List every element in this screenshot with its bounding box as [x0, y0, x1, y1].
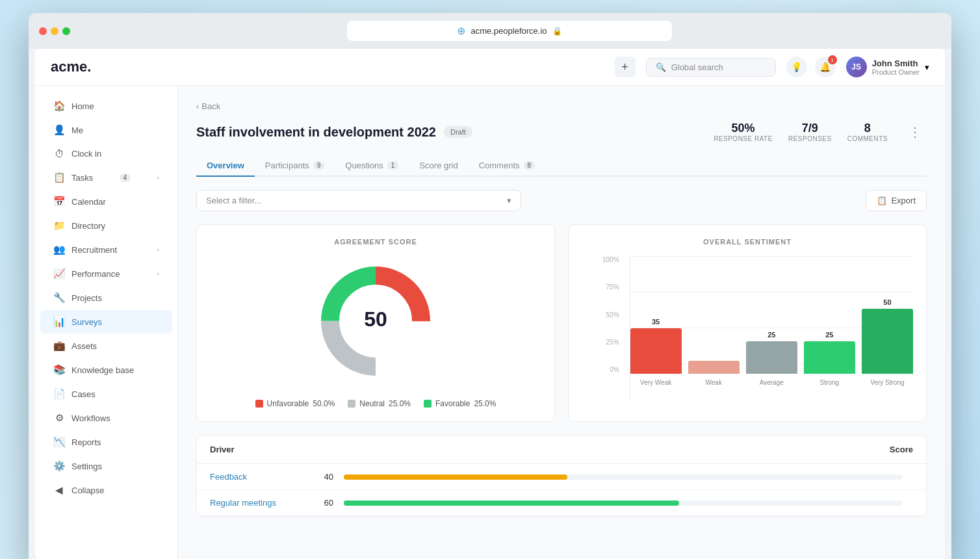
driver-name-feedback[interactable]: Feedback [210, 472, 307, 482]
legend-unfavorable-dot [255, 400, 263, 408]
sidebar-item-tasks[interactable]: 📋 Tasks 4 › [40, 166, 172, 189]
y-label-100: 100% [602, 256, 619, 263]
bar-average-value: 25 [767, 331, 775, 339]
bar-average: 25 Average [746, 331, 797, 399]
legend-favorable-dot [424, 400, 432, 408]
filter-placeholder: Select a filter... [206, 196, 261, 205]
filter-select[interactable]: Select a filter... ▾ [196, 190, 521, 211]
page-header: Staff involvement in development 2022 Dr… [196, 122, 927, 142]
sidebar-label-projects: Projects [71, 293, 102, 303]
agreement-score-title: AGREEMENT SCORE [210, 238, 541, 246]
stat-responses-value: 7/9 [788, 122, 832, 135]
global-search-bar[interactable]: 🔍 Global search [646, 58, 776, 77]
sidebar-label-reports: Reports [71, 437, 101, 447]
recruitment-arrow-icon: › [157, 246, 159, 254]
sidebar-item-collapse[interactable]: ◀ Collapse [40, 478, 172, 502]
collapse-icon: ◀ [53, 484, 65, 496]
sidebar-item-surveys[interactable]: 📊 Surveys [40, 310, 172, 333]
tab-overview[interactable]: Overview [196, 155, 255, 177]
legend-unfavorable-label: Unfavorable [267, 399, 309, 408]
sidebar-item-clock-in[interactable]: ⏱ Clock in [40, 142, 172, 165]
bar-average-label: Average [760, 379, 784, 386]
tab-questions[interactable]: Questions 1 [335, 155, 409, 177]
url-bar[interactable]: ⊕ acme.peopleforce.io 🔒 [347, 21, 672, 41]
content-area: ‹ Back Staff involvement in development … [178, 86, 945, 559]
bar-very-strong-value: 50 [883, 298, 891, 306]
overall-sentiment-title: OVERALL SENTIMENT [582, 238, 913, 246]
bar-average-bar [746, 341, 797, 374]
bar-chart-wrapper: 100% 75% 50% 25% 0% [582, 256, 913, 399]
notification-icon-button[interactable]: 🔔 1 [815, 57, 836, 77]
tasks-arrow-icon: › [157, 174, 159, 181]
driver-name-regular-meetings[interactable]: Regular meetings [210, 498, 307, 508]
filter-chevron-icon: ▾ [507, 196, 511, 205]
sidebar-item-home[interactable]: 🏠 Home [40, 94, 172, 118]
legend-neutral-percent: 25.0% [389, 399, 411, 408]
browser-chrome: ⊕ acme.peopleforce.io 🔒 [29, 13, 951, 49]
logo: acme. [51, 58, 91, 75]
export-label: Export [891, 196, 916, 205]
search-icon: 🔍 [656, 62, 666, 72]
bar-very-strong: 50 Very Strong [862, 298, 913, 399]
recruitment-icon: 👥 [53, 244, 65, 255]
sidebar-item-calendar[interactable]: 📅 Calendar [40, 190, 172, 213]
sidebar-item-projects[interactable]: 🔧 Projects [40, 286, 172, 309]
dot-yellow[interactable] [51, 27, 58, 35]
sidebar-item-reports[interactable]: 📉 Reports [40, 430, 172, 454]
sidebar-label-home: Home [71, 101, 94, 111]
sidebar-item-workflows[interactable]: ⚙ Workflows [40, 406, 172, 430]
sidebar-label-cases: Cases [71, 389, 96, 399]
sidebar-item-directory[interactable]: 📁 Directory [40, 214, 172, 237]
search-placeholder: Global search [671, 62, 723, 72]
sidebar-item-cases[interactable]: 📄 Cases [40, 382, 172, 406]
home-icon: 🏠 [53, 100, 65, 112]
notification-badge: 1 [828, 55, 837, 64]
tabs: Overview Participants 9 Questions 1 Scor… [196, 155, 927, 177]
sidebar-item-me[interactable]: 👤 Me [40, 118, 172, 142]
settings-icon: ⚙️ [53, 460, 65, 472]
sidebar-label-me: Me [71, 125, 83, 135]
sidebar-item-settings[interactable]: ⚙️ Settings [40, 454, 172, 478]
sidebar-item-knowledge-base[interactable]: 📚 Knowledge base [40, 358, 172, 382]
more-options-button[interactable]: ⋮ [903, 122, 927, 142]
tab-score-grid[interactable]: Score grid [409, 155, 468, 177]
lightbulb-icon-button[interactable]: 💡 [786, 57, 807, 77]
avatar: JS [846, 57, 867, 77]
driver-header-label: Driver [210, 445, 235, 454]
export-button[interactable]: 📋 Export [866, 190, 927, 211]
back-link[interactable]: ‹ Back [196, 101, 927, 111]
stat-comments: 8 COMMENTS [847, 122, 888, 142]
stat-response-rate: 50% RESPONSE RATE [714, 122, 773, 142]
directory-icon: 📁 [53, 220, 65, 231]
driver-bar-container-regular-meetings [344, 500, 903, 506]
bar-very-weak-bar [630, 328, 682, 374]
bar-weak: Weak [688, 358, 740, 399]
tab-comments[interactable]: Comments 8 [469, 155, 545, 177]
sidebar-item-recruitment[interactable]: 👥 Recruitment › [40, 238, 172, 261]
sidebar-label-settings: Settings [71, 462, 102, 471]
y-axis: 100% 75% 50% 25% 0% [602, 256, 625, 386]
donut-wrapper: 50 [311, 256, 441, 389]
y-label-50: 50% [602, 311, 619, 318]
overall-sentiment-card: OVERALL SENTIMENT 100% 75% 50% 25% 0% [568, 224, 927, 422]
driver-score-regular-meetings: 60 [307, 498, 333, 508]
svg-text:50: 50 [364, 307, 387, 331]
sidebar-label-workflows: Workflows [71, 413, 110, 423]
donut-legend: Unfavorable 50.0% Neutral 25.0% [255, 399, 496, 408]
dot-green[interactable] [62, 27, 70, 35]
legend-favorable-label: Favorable [435, 399, 470, 408]
browser-window: ⊕ acme.peopleforce.io 🔒 acme. + 🔍 Global… [29, 13, 951, 559]
user-info[interactable]: JS John Smith Product Owner ▾ [846, 57, 929, 77]
add-button[interactable]: + [615, 57, 636, 77]
sidebar-label-assets: Assets [71, 341, 97, 351]
sidebar-item-assets[interactable]: 💼 Assets [40, 334, 172, 358]
dot-red[interactable] [39, 27, 47, 35]
surveys-icon: 📊 [53, 316, 65, 328]
sidebar-label-collapse: Collapse [71, 486, 105, 495]
tab-participants[interactable]: Participants 9 [255, 155, 335, 177]
tab-participants-label: Participants [265, 161, 309, 170]
tab-score-grid-label: Score grid [419, 161, 458, 170]
donut-chart: 50 [311, 256, 441, 386]
legend-neutral: Neutral 25.0% [348, 399, 411, 408]
sidebar-item-performance[interactable]: 📈 Performance › [40, 262, 172, 285]
